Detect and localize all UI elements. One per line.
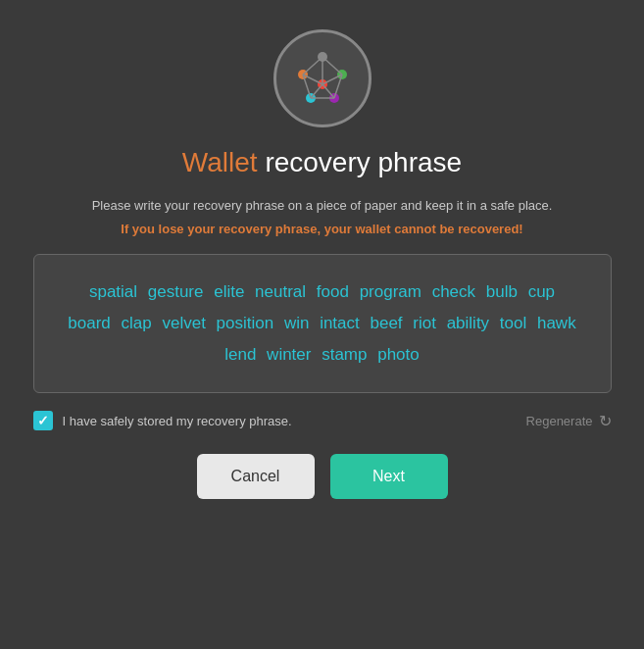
next-button[interactable]: Next	[330, 454, 448, 499]
page-title: Wallet recovery phrase	[182, 147, 462, 178]
svg-line-14	[322, 84, 334, 98]
recovery-phrase: spatial gesture elite neutral food progr…	[64, 276, 581, 372]
cancel-button[interactable]: Cancel	[197, 454, 315, 499]
svg-line-6	[303, 57, 322, 75]
title-recovery: recovery phrase	[265, 147, 462, 177]
stored-checkbox[interactable]: ✓	[33, 411, 53, 430]
checkbox-row: ✓ I have safely stored my recovery phras…	[33, 411, 292, 430]
checkbox-label: I have safely stored my recovery phrase.	[63, 414, 292, 428]
regenerate-icon: ↻	[599, 412, 612, 430]
bottom-row: ✓ I have safely stored my recovery phras…	[33, 411, 612, 430]
warning-text: If you lose your recovery phrase, your w…	[121, 222, 522, 236]
checkmark-icon: ✓	[37, 414, 49, 427]
title-wallet: Wallet	[182, 147, 258, 177]
logo-circle	[273, 29, 372, 127]
svg-line-7	[322, 57, 342, 75]
logo-svg	[291, 47, 354, 110]
regenerate-button[interactable]: Regenerate ↻	[526, 412, 612, 430]
buttons-row: Cancel Next	[197, 454, 448, 499]
phrase-box: spatial gesture elite neutral food progr…	[33, 254, 612, 394]
description-text: Please write your recovery phrase on a p…	[92, 196, 553, 216]
main-container: Wallet recovery phrase Please write your…	[0, 0, 644, 649]
svg-line-13	[311, 84, 322, 98]
regenerate-label: Regenerate	[526, 414, 593, 428]
